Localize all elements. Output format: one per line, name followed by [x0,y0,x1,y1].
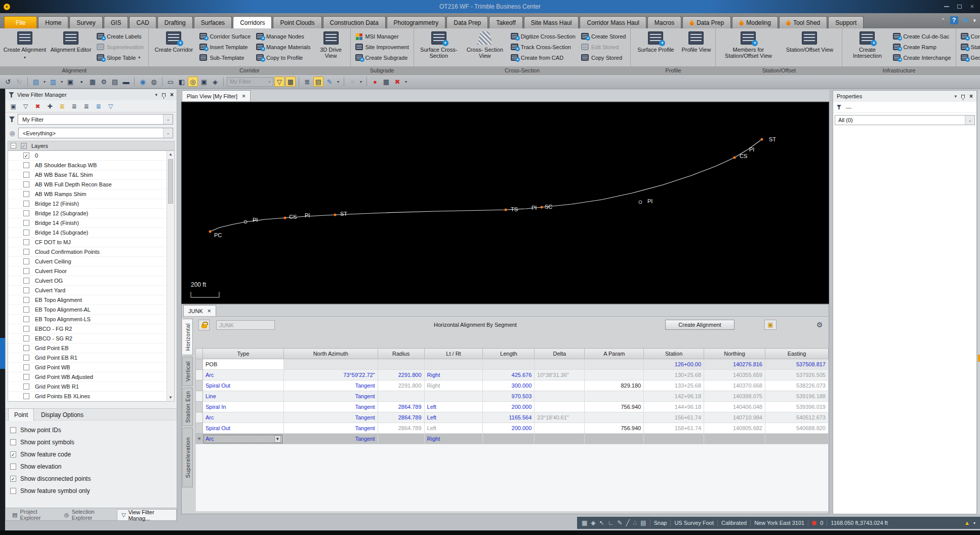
option-checkbox[interactable] [10,439,16,445]
add-layers-icon[interactable]: ≣ [94,102,103,110]
cell-lt-rt[interactable] [424,359,483,370]
cell-length[interactable]: 425.676 [483,370,535,380]
column-header-lt-rt[interactable]: Lt / Rt [424,349,483,359]
track-cross-section-button[interactable]: +Track Cross-Section [509,43,578,51]
active-filter-select[interactable]: My Filter▾ [227,77,273,87]
cell-a-param[interactable] [585,391,644,402]
layer-row[interactable]: Grid Point WB R1 [8,382,174,392]
cell-a-param[interactable] [585,434,644,444]
cell-length[interactable]: 200.000 [483,423,535,434]
site-improvement-button[interactable]: Site Improvement [353,43,411,51]
ribbon-tab-construction-data[interactable]: Construction Data [323,16,386,28]
data-table-icon[interactable]: ▦ [381,77,391,87]
new-window-icon[interactable]: ▭ [166,77,176,87]
right-scroll-strip[interactable] [978,90,980,514]
layer-row[interactable]: Culvert Ceiling [8,257,174,266]
layer-checkbox[interactable] [23,335,29,341]
cell-station[interactable]: 133+25.68 [644,380,704,391]
layer-checkbox[interactable] [23,393,29,399]
layer-checkbox[interactable] [23,345,29,351]
snapshot-icon[interactable]: ▣ [199,77,209,87]
layer-checkbox[interactable] [23,220,29,226]
select-arrow-icon[interactable]: ↖ [599,519,604,526]
option-checkbox[interactable] [10,427,16,433]
explorer-tab-selection-explorer[interactable]: ◎Selection Explorer [60,509,116,520]
create-corridor-button[interactable]: +Create Corridor [151,30,196,66]
digitize-cross-section-button[interactable]: +Digitize Cross-Section [509,32,578,41]
cell-delta[interactable] [535,423,585,434]
cell-a-param[interactable]: 829.180 [585,380,644,391]
help-dropdown-icon[interactable]: ▾ [973,17,976,24]
cell-type[interactable]: Arc [202,412,283,423]
surface-cross-section-button[interactable]: +Surface Cross- Section [417,30,461,66]
chevron-down-icon[interactable]: ▾ [155,92,157,97]
layer-row[interactable]: AB WB Full Depth Recon Base [8,180,174,189]
ribbon-tab-modeling-addon[interactable]: Modeling [732,16,778,28]
layer-checkbox[interactable] [23,384,29,390]
cell-northing[interactable] [704,434,765,444]
slope-table-button[interactable]: +Slope Table▾ [95,53,146,62]
export-button[interactable]: ▣ [764,320,777,330]
cell-type[interactable]: POB [202,359,283,370]
layer-checkbox[interactable] [23,210,29,216]
column-header-delta[interactable]: Delta [535,349,585,359]
cell-delta[interactable] [535,402,585,412]
layer-checkbox[interactable] [23,258,29,264]
collapsed-panel-strip[interactable] [0,89,5,530]
layer-row[interactable]: CF DOT to MJ [8,238,174,247]
chevron-down-icon[interactable]: ▾ [954,94,957,99]
layer-row[interactable]: EBCO - FG R2 [8,324,174,334]
ribbon-tab-surfaces[interactable]: Surfaces [194,16,232,28]
cell-northing[interactable]: 140370.668 [704,380,765,391]
edit-stored-button[interactable]: Edit Stored [579,43,628,51]
layer-row[interactable]: EBCO - SG R2 [8,334,174,343]
side-tab-vertical[interactable]: Vertical [182,357,193,386]
ribbon-tab-drafting[interactable]: Drafting [157,16,193,28]
edit-filter-icon[interactable]: ▽ [21,102,30,110]
layer-checkbox[interactable] [23,287,29,293]
side-tab-horizontal[interactable]: Horizontal [182,319,193,355]
create-labels-button[interactable]: +Create Labels [95,32,146,41]
layer-row[interactable]: AB Shoulder Backup WB [8,161,174,170]
pin-icon[interactable] [162,93,166,97]
view-3d-icon[interactable]: ◧ [177,77,187,87]
create-from-cad-button[interactable]: +Create from CAD [509,53,578,62]
selection-summary-select[interactable]: All (0) ⌄ [835,115,975,125]
create-stored-button[interactable]: +Create Stored [579,32,628,41]
page-setup-icon[interactable]: ▤ [313,77,323,87]
sub-template-button[interactable]: Sub-Template [197,53,253,62]
insert-template-button[interactable]: +Insert Template [197,43,253,51]
cross-section-view-button[interactable]: Cross- Section View [463,30,507,66]
close-panel-icon[interactable]: × [170,91,174,98]
ribbon-tab-photogrammetry[interactable]: Photogrammetry [387,16,446,28]
edit-mode-icon[interactable]: ✎ [324,77,335,87]
cell-northing[interactable]: 140398.075 [704,391,765,402]
create-alignment-button[interactable]: Create Alignment▾ [3,30,47,66]
layer-checkbox[interactable] [23,152,29,159]
explorer-tab-view-filter-manag[interactable]: ▽View Filter Manag... [117,509,177,520]
layer-row[interactable]: Grid Point WB Adjusted [8,372,174,382]
ribbon-tab-file[interactable]: File [4,16,37,28]
cell-radius[interactable] [378,434,424,444]
layer-row[interactable]: Grid Point EB [8,343,174,353]
close-panel-icon[interactable]: × [969,93,973,100]
chevron-down-icon[interactable]: ⌄ [163,114,173,124]
cell-delta[interactable] [535,380,585,391]
cell-station[interactable]: 144+96.18 [644,402,704,412]
layer-row[interactable]: Culvert OG [8,276,174,286]
layer-row[interactable]: Bridge 14 (Subgrade) [8,228,174,238]
cell-a-param[interactable]: 756.940 [585,402,644,412]
cell-northing[interactable]: 140406.048 [704,402,765,412]
cell-lt-rt[interactable]: Left [424,423,483,434]
layer-checkbox[interactable] [23,230,29,236]
profile-view-button[interactable]: Profile View [679,30,713,66]
cell-station[interactable]: 142+96.18 [644,391,704,402]
record-icon[interactable]: ● [370,77,380,87]
column-header-radius[interactable]: Radius [378,349,424,359]
station-offset-view-button[interactable]: Station/Offset View [780,30,839,66]
surface-profile-button[interactable]: +Surface Profile [633,30,678,66]
new-drop-icon[interactable]: ▾ [42,77,47,87]
settings-gear-icon[interactable]: ⚙ [814,320,825,330]
cell-north-azimuth[interactable]: Tangent [283,402,378,412]
members-for-station-offset-view-button[interactable]: +Members for Station/Offset View [718,30,778,66]
